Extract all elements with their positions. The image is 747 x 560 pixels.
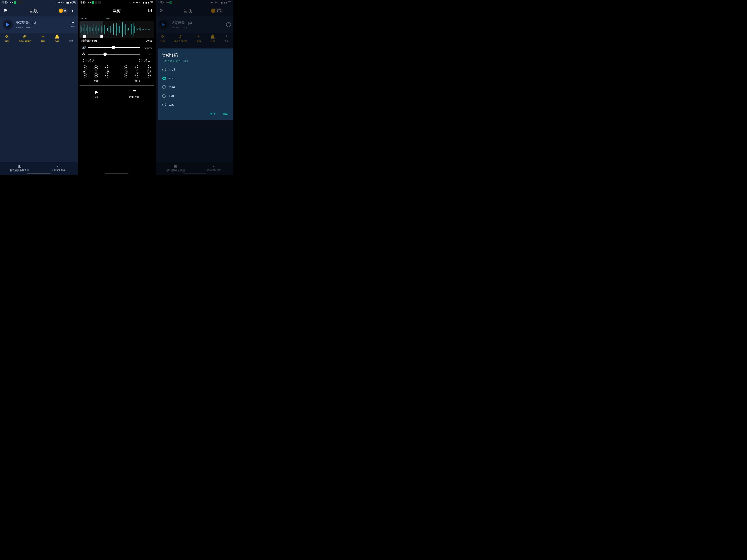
sliders-icon: ☰ [129,90,139,95]
bottom-nav: ▣提取视频中的音频 ♫音频编辑制作 [0,162,78,175]
coin-balance[interactable]: ⚡ 0 [58,8,68,13]
tool-vocal-extract[interactable]: ◎伴奏人声提取 [19,34,31,43]
speed-slider-row: ⏱ x1 [79,51,154,58]
format-option-flac[interactable]: flac [162,91,230,100]
volume-slider[interactable] [88,47,140,48]
back-button[interactable]: ← [81,8,86,14]
end-time-editor: +00− : +01− . +675− 结束 [124,65,151,82]
home-indicator[interactable] [27,174,51,174]
indicator-icon [92,1,94,4]
fade-out-toggle[interactable]: 淡出 [139,58,151,63]
dialog-title: 音频转码 [162,53,230,58]
home-indicator[interactable] [105,174,129,174]
wifi-icon: ◉ [148,1,149,4]
status-bar: 半夜12:49 42.3K/s ☾ ▮▮▮ ◉ 82 [78,0,156,5]
format-label: m4a [169,85,175,89]
page-title: 音频 [29,8,38,14]
bell-icon: 🔔 [54,34,59,39]
moon-icon: ☾ [63,1,65,4]
inc-ss-end[interactable]: + [135,65,139,70]
format-option-aac[interactable]: aac [162,74,230,83]
dec-ss-end[interactable]: − [135,74,139,78]
confirm-button[interactable]: ☑ [147,8,153,14]
dialog-subtitle: （本月剩余次数：∞次） [162,59,230,63]
fade-in-toggle[interactable]: 淡入 [83,58,95,63]
inc-ms-start[interactable]: + [105,65,109,70]
dec-ms-start[interactable]: − [105,74,109,78]
arrow-left-icon: ← [81,8,86,13]
timeline-markers: :00.279 00:01.675 [79,17,154,21]
scissors-icon: ✂ [41,34,45,39]
dialog-ok-button[interactable]: 确定 [223,112,229,116]
format-option-m4a[interactable]: m4a [162,83,230,91]
radio-icon [162,94,166,98]
nav-extract[interactable]: ▣提取视频中的音频 [0,162,39,175]
page-title: 裁剪 [113,8,121,14]
volume-value: 100% [142,46,152,49]
plus-icon: ＋ [70,8,75,14]
indicator-icon [17,1,20,4]
crop-filename: 派蒙语音.mp3 [81,39,97,43]
checkbox-icon: ☑ [148,8,152,13]
transcode-icon: ⟳ [5,34,9,39]
dec-mm-end[interactable]: − [124,74,128,78]
expand-button[interactable]: ˄ [71,22,75,27]
format-label: flac [169,94,174,98]
format-option-mp3[interactable]: mp3 [162,65,230,74]
battery-icon: 82 [150,1,153,4]
crop-header: ← 裁剪 ☑ [78,5,156,17]
indicator-icon [14,1,16,4]
volume-icon: 🔊 [82,45,86,49]
disc-icon [3,19,13,30]
preview-button[interactable]: ▶试听 [94,90,99,99]
settings-button[interactable]: ⚙ [3,8,8,14]
time-settings-button[interactable]: ☰时间设置 [129,90,139,99]
dec-ms-end[interactable]: − [147,74,151,78]
network-speed: 101K/s [55,1,62,4]
start-time-editor: +00− : +00− . +279− 开始 [83,65,110,82]
wifi-icon: ◉ [70,1,72,4]
selection-handle-start[interactable] [83,35,86,38]
play-icon: ▶ [94,90,99,95]
format-option-wav[interactable]: wav [162,100,230,109]
audio-meta: 876 kB / 00:05 [16,26,68,29]
battery-icon: 82 [72,1,76,4]
signal-icon: ▮▮▮ [143,1,147,4]
chevron-up-icon: ˄ [72,23,74,26]
tool-more[interactable]: ⋮更多 [69,34,73,43]
coin-value: 0 [64,9,66,12]
tool-transcode[interactable]: ⟳转码 [5,34,9,43]
speed-value: x1 [142,53,152,56]
dec-ss-start[interactable]: − [94,74,98,78]
indicator-icon [20,1,23,4]
indicator-icon [95,1,97,4]
inc-ss-start[interactable]: + [94,65,98,70]
add-button[interactable]: ＋ [70,8,75,14]
inc-ms-end[interactable]: + [147,65,151,70]
waveform[interactable] [79,21,154,38]
inc-mm-start[interactable]: + [83,65,87,70]
end-label: 结束 [124,79,151,82]
status-bar: 半夜12:48 101K/s ☾ ▮▮▮ ◉ 82 [0,0,78,5]
dec-mm-start[interactable]: − [83,74,87,78]
format-label: mp3 [169,68,175,72]
speed-slider[interactable] [88,54,140,54]
nav-edit[interactable]: ♫音频编辑制作 [39,162,78,175]
indicator-icon [98,1,101,4]
coin-icon: ⚡ [59,8,63,13]
video-icon: ▣ [0,164,39,168]
tool-row: ⟳转码 ◎伴奏人声提取 ✂裁剪 🔔铃声 ⋮更多 [0,33,78,45]
format-label: wav [169,103,174,106]
music-icon: ♫ [39,164,78,168]
tool-crop[interactable]: ✂裁剪 [41,34,45,43]
audio-item[interactable]: 派蒙语音.mp3 876 kB / 00:05 ˄ [0,17,78,33]
selection-handle-end[interactable] [100,35,103,38]
audio-filename: 派蒙语音.mp3 [16,21,68,25]
volume-slider-row: 🔊 100% [79,44,154,51]
status-time: 半夜12:49 [80,1,91,4]
tool-ringtone[interactable]: 🔔铃声 [54,34,59,43]
inc-mm-end[interactable]: + [124,65,128,70]
dialog-cancel-button[interactable]: 取消 [210,112,215,116]
background-art [78,102,156,175]
radio-icon [162,77,166,80]
